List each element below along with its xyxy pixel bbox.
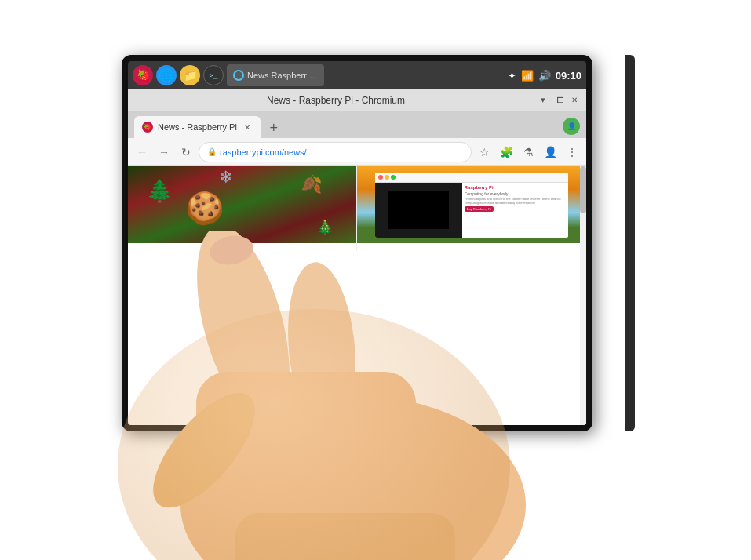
browser-dot-icon <box>233 70 244 81</box>
folder-taskbar-icon[interactable]: 📁 <box>180 65 200 85</box>
news-card-2[interactable]: Raspberry Pi Computing for everybody Fro… <box>357 166 586 251</box>
bluetooth-icon: ✦ <box>508 70 516 82</box>
forward-button[interactable]: → <box>155 143 173 162</box>
terminal-taskbar-icon[interactable]: >_ <box>203 65 224 85</box>
active-tab[interactable]: 🍓 News - Raspberry Pi ✕ <box>134 116 261 138</box>
lock-icon: 🔒 <box>207 147 217 156</box>
browser-content: 🍪 🌲 🍂 🎄 ❄️ Custom PC Mi... Pie wars Phil… <box>128 166 586 425</box>
window-maximize-btn[interactable]: ⧠ <box>555 95 566 106</box>
window-dropdown-btn[interactable]: ▾ <box>538 95 549 106</box>
bookmark-star-button[interactable]: ☆ <box>475 143 494 162</box>
taskbar: 🍓 🌐 📁 >_ News Raspberry Pi _ ✦ 📶 🔊 09:10 <box>128 61 586 89</box>
volume-icon: 🔊 <box>538 70 551 82</box>
article-1-image: 🍪 🌲 🍂 🎄 ❄️ <box>128 166 356 243</box>
address-bar-right: ☆ 🧩 ⚗ 👤 ⋮ <box>475 143 581 162</box>
news-grid: 🍪 🌲 🍂 🎄 ❄️ Custom PC Mi... Pie wars Phil… <box>128 166 586 251</box>
window-close-btn[interactable]: ✕ <box>569 95 580 106</box>
chrome-tab-bar: 🍓 News - Raspberry Pi ✕ + 👤 <box>128 111 586 138</box>
url-input[interactable]: 🔒 raspberrypi.com/news/ <box>199 142 472 162</box>
taskbar-right: ✦ 📶 🔊 09:10 <box>508 70 581 82</box>
menu-button[interactable]: ⋮ <box>563 143 581 162</box>
refresh-button[interactable]: ↻ <box>177 143 195 162</box>
profile-button[interactable]: 👤 <box>541 143 560 162</box>
svg-rect-6 <box>235 513 455 560</box>
extensions-button[interactable]: 🧩 <box>497 143 516 162</box>
news-card-1[interactable]: 🍪 🌲 🍂 🎄 ❄️ Custom PC Mi... Pie wars Phil… <box>128 166 357 251</box>
browser-taskbar-button[interactable]: News Raspberry Pi _ <box>227 64 324 86</box>
chrome-window-title: News - Raspberry Pi - Chromium <box>134 95 538 106</box>
tablet-device: 🍓 🌐 📁 >_ News Raspberry Pi _ ✦ 📶 🔊 09:10 <box>122 55 592 431</box>
window-controls: ▾ ⧠ ✕ <box>538 95 580 106</box>
browser-taskbar-label: News Raspberry Pi _ <box>247 71 318 80</box>
raspberry-taskbar-icon[interactable]: 🍓 <box>133 65 153 85</box>
new-tab-button[interactable]: + <box>264 118 284 138</box>
chrome-titlebar: News - Raspberry Pi - Chromium ▾ ⧠ ✕ <box>128 89 586 111</box>
chrome-address-bar: ← → ↻ 🔒 raspberrypi.com/news/ ☆ 🧩 ⚗ 👤 ⋮ <box>128 138 586 166</box>
scene: 🍓 🌐 📁 >_ News Raspberry Pi _ ✦ 📶 🔊 09:10 <box>0 0 751 560</box>
beaker-button[interactable]: ⚗ <box>519 143 538 162</box>
tab-close-btn[interactable]: ✕ <box>242 122 253 133</box>
tab-title: News - Raspberry Pi <box>158 122 237 132</box>
wifi-icon: 📶 <box>521 70 534 82</box>
scrollbar-track[interactable] <box>580 166 586 425</box>
globe-taskbar-icon[interactable]: 🌐 <box>156 65 177 85</box>
article-2-image: Raspberry Pi Computing for everybody Fro… <box>357 166 586 243</box>
back-button[interactable]: ← <box>133 143 151 162</box>
tab-favicon: 🍓 <box>142 122 153 133</box>
article-1-body: Custom PC Mi... Pie wars Phil Hartup · 3… <box>128 243 356 251</box>
time-display: 09:10 <box>556 70 581 82</box>
scrollbar-thumb[interactable] <box>580 166 586 213</box>
article-2-body: "New" old f...nctionality with Rasp... .… <box>357 243 586 251</box>
device-side-strip <box>625 55 635 431</box>
profile-picture[interactable]: 👤 <box>563 118 580 135</box>
url-text: raspberrypi.com/news/ <box>220 147 307 157</box>
